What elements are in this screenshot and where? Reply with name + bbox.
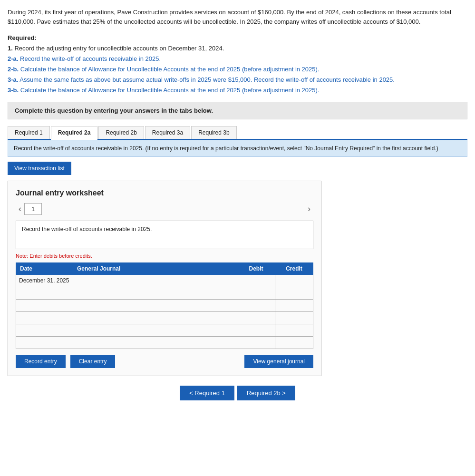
journal-input-4[interactable] — [73, 312, 237, 324]
credit-cell-5[interactable] — [275, 324, 313, 336]
table-row — [16, 336, 313, 349]
journal-input-2[interactable] — [73, 287, 237, 299]
table-row — [16, 287, 313, 299]
debit-cell-1[interactable] — [237, 274, 275, 287]
debit-input-4[interactable] — [237, 312, 275, 324]
clear-entry-button[interactable]: Clear entry — [70, 355, 116, 368]
journal-input-5[interactable] — [73, 324, 237, 336]
debit-input-1[interactable] — [237, 275, 275, 287]
journal-input-3[interactable] — [73, 300, 237, 311]
credit-cell-3[interactable] — [275, 299, 313, 311]
debit-cell-5[interactable] — [237, 324, 275, 336]
req-1: 1. Record the adjusting entry for uncoll… — [8, 45, 224, 52]
req-3a: 3-a. Assume the same facts as above but … — [8, 76, 395, 83]
date-cell-6 — [16, 336, 73, 349]
date-cell-2 — [16, 287, 73, 299]
note-text: Note: Enter debits before credits. — [16, 253, 313, 259]
instruction-box: Complete this question by entering your … — [8, 102, 467, 119]
journal-cell-4[interactable] — [73, 311, 237, 324]
table-row: December 31, 2025 — [16, 274, 313, 287]
debit-cell-6[interactable] — [237, 336, 275, 349]
debit-input-6[interactable] — [237, 337, 275, 349]
prev-arrow[interactable]: ‹ — [16, 203, 24, 215]
debit-input-3[interactable] — [237, 300, 275, 311]
bottom-nav: < Required 1 Required 2b > — [8, 386, 467, 400]
credit-cell-1[interactable] — [275, 274, 313, 287]
debit-cell-2[interactable] — [237, 287, 275, 299]
req-2b: 2-b. Calculate the balance of Allowance … — [8, 66, 319, 73]
description-box: Record the write-off of accounts receiva… — [16, 221, 313, 249]
table-row — [16, 299, 313, 311]
prev-nav-button[interactable]: < Required 1 — [180, 386, 234, 400]
intro-text: During 2024, its first year of operation… — [8, 8, 467, 26]
nav-row: ‹ 1 › — [16, 203, 313, 215]
journal-table: Date General Journal Debit Credit Decemb… — [16, 262, 313, 349]
info-box: Record the write-off of accounts receiva… — [8, 140, 467, 157]
tab-required2a[interactable]: Required 2a — [51, 126, 98, 140]
view-transaction-button[interactable]: View transaction list — [8, 162, 71, 175]
date-cell-4 — [16, 311, 73, 324]
table-row — [16, 324, 313, 336]
page-tab[interactable]: 1 — [24, 203, 42, 215]
credit-cell-4[interactable] — [275, 311, 313, 324]
date-cell-5 — [16, 324, 73, 336]
tab-required3a[interactable]: Required 3a — [145, 126, 190, 139]
credit-cell-6[interactable] — [275, 336, 313, 349]
debit-cell-4[interactable] — [237, 311, 275, 324]
col-header-credit: Credit — [275, 262, 313, 274]
credit-input-1[interactable] — [275, 275, 313, 287]
date-cell-3 — [16, 299, 73, 311]
credit-input-2[interactable] — [275, 287, 313, 299]
debit-input-2[interactable] — [237, 287, 275, 299]
journal-cell-2[interactable] — [73, 287, 237, 299]
col-header-journal: General Journal — [73, 262, 237, 274]
credit-input-3[interactable] — [275, 300, 313, 311]
worksheet-title: Journal entry worksheet — [16, 189, 313, 197]
tab-required2b[interactable]: Required 2b — [98, 126, 144, 139]
journal-cell-5[interactable] — [73, 324, 237, 336]
table-row — [16, 311, 313, 324]
date-cell-1: December 31, 2025 — [16, 274, 73, 287]
credit-input-5[interactable] — [275, 324, 313, 336]
credit-cell-2[interactable] — [275, 287, 313, 299]
tabs-container: Required 1 Required 2a Required 2b Requi… — [8, 126, 467, 140]
journal-cell-6[interactable] — [73, 336, 237, 349]
required-heading: Required: — [8, 34, 37, 41]
next-nav-button[interactable]: Required 2b > — [237, 386, 295, 400]
record-entry-button[interactable]: Record entry — [16, 355, 66, 368]
debit-cell-3[interactable] — [237, 299, 275, 311]
req-2a: 2-a. Record the write-off of accounts re… — [8, 55, 161, 62]
view-general-journal-button[interactable]: View general journal — [244, 355, 313, 368]
next-arrow[interactable]: › — [305, 203, 313, 215]
journal-cell-3[interactable] — [73, 299, 237, 311]
debit-input-5[interactable] — [237, 324, 275, 336]
required-section: Required: 1. Record the adjusting entry … — [8, 33, 467, 96]
tab-required3b[interactable]: Required 3b — [191, 126, 236, 139]
req-3b: 3-b. Calculate the balance of Allowance … — [8, 87, 319, 94]
journal-input-6[interactable] — [73, 337, 237, 349]
action-row: Record entry Clear entry View general jo… — [16, 355, 313, 368]
col-header-date: Date — [16, 262, 73, 274]
tab-required1[interactable]: Required 1 — [8, 126, 50, 139]
col-header-debit: Debit — [237, 262, 275, 274]
credit-input-4[interactable] — [275, 312, 313, 324]
worksheet-container: Journal entry worksheet ‹ 1 › Record the… — [8, 181, 321, 376]
credit-input-6[interactable] — [275, 337, 313, 349]
journal-cell-1[interactable] — [73, 274, 237, 287]
journal-input-1[interactable] — [73, 275, 237, 287]
